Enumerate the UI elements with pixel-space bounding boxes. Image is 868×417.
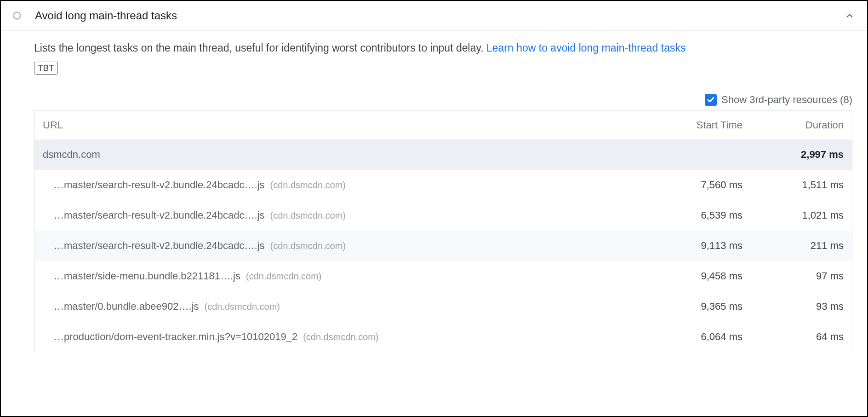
url-path: …master/side-menu.bundle.b221181….js (54, 270, 240, 282)
table-row[interactable]: …master/side-menu.bundle.b221181….js(cdn… (34, 261, 852, 291)
col-header-duration: Duration (742, 119, 844, 131)
tasks-table: URL Start Time Duration dsmcdn.com 2,997… (34, 110, 852, 352)
row-start-time: 9,458 ms (651, 270, 742, 282)
url-path: …production/dom-event-tracker.min.js?v=1… (54, 331, 297, 343)
audit-description: Lists the longest tasks on the main thre… (34, 40, 852, 56)
row-duration: 93 ms (742, 301, 844, 313)
url-host: (cdn.dsmcdn.com) (270, 210, 346, 221)
url-path: …master/0.bundle.abee902….js (54, 301, 199, 313)
group-duration: 2,997 ms (742, 149, 844, 161)
url-host: (cdn.dsmcdn.com) (270, 180, 346, 191)
col-header-url: URL (43, 119, 651, 131)
learn-more-link[interactable]: Learn how to avoid long main-thread task… (486, 42, 685, 54)
row-start-time: 7,560 ms (651, 179, 742, 191)
url-host: (cdn.dsmcdn.com) (303, 332, 379, 342)
metric-badge: TBT (34, 62, 58, 75)
table-row[interactable]: …production/dom-event-tracker.min.js?v=1… (34, 322, 852, 352)
row-duration: 1,021 ms (742, 209, 844, 221)
row-start-time: 6,064 ms (651, 331, 742, 343)
checkbox-checked-icon (705, 94, 717, 106)
status-circle-icon (13, 12, 21, 20)
third-party-toggle[interactable]: Show 3rd-party resources (8) (705, 94, 852, 106)
group-host: dsmcdn.com (43, 149, 651, 161)
row-url: …master/search-result-v2.bundle.24bcadc…… (43, 179, 651, 191)
table-header-row: URL Start Time Duration (34, 111, 852, 139)
third-party-label: Show 3rd-party resources (8) (721, 94, 852, 106)
controls-row: Show 3rd-party resources (8) (34, 94, 852, 106)
table-row[interactable]: …master/search-result-v2.bundle.24bcadc…… (34, 170, 852, 200)
col-header-start: Start Time (651, 119, 742, 131)
row-url: …production/dom-event-tracker.min.js?v=1… (43, 331, 651, 343)
row-url: …master/search-result-v2.bundle.24bcadc…… (43, 240, 651, 252)
table-row[interactable]: …master/0.bundle.abee902….js(cdn.dsmcdn.… (34, 291, 852, 322)
url-host: (cdn.dsmcdn.com) (205, 301, 280, 312)
table-row[interactable]: …master/search-result-v2.bundle.24bcadc…… (34, 231, 852, 261)
row-duration: 97 ms (742, 270, 844, 282)
row-duration: 64 ms (742, 331, 844, 343)
row-url: …master/0.bundle.abee902….js(cdn.dsmcdn.… (43, 301, 651, 313)
row-duration: 1,511 ms (742, 179, 844, 191)
audit-panel: Avoid long main-thread tasks Lists the l… (0, 0, 868, 417)
url-path: …master/search-result-v2.bundle.24bcadc…… (54, 240, 265, 252)
table-row[interactable]: …master/search-result-v2.bundle.24bcadc…… (34, 200, 852, 231)
row-url: …master/side-menu.bundle.b221181….js(cdn… (43, 270, 651, 282)
audit-header[interactable]: Avoid long main-thread tasks (1, 1, 867, 31)
url-path: …master/search-result-v2.bundle.24bcadc…… (54, 209, 265, 221)
audit-description-text: Lists the longest tasks on the main thre… (34, 42, 486, 54)
chevron-up-icon[interactable] (844, 10, 855, 21)
row-duration: 211 ms (742, 240, 844, 252)
row-start-time: 9,365 ms (651, 301, 742, 313)
url-host: (cdn.dsmcdn.com) (246, 271, 322, 282)
audit-title: Avoid long main-thread tasks (35, 9, 844, 22)
url-host: (cdn.dsmcdn.com) (270, 241, 346, 251)
audit-body: Lists the longest tasks on the main thre… (1, 31, 867, 352)
row-start-time: 6,539 ms (651, 209, 742, 221)
row-url: …master/search-result-v2.bundle.24bcadc…… (43, 209, 651, 221)
url-path: …master/search-result-v2.bundle.24bcadc…… (54, 179, 265, 191)
group-row[interactable]: dsmcdn.com 2,997 ms (34, 139, 852, 170)
row-start-time: 9,113 ms (651, 240, 742, 252)
